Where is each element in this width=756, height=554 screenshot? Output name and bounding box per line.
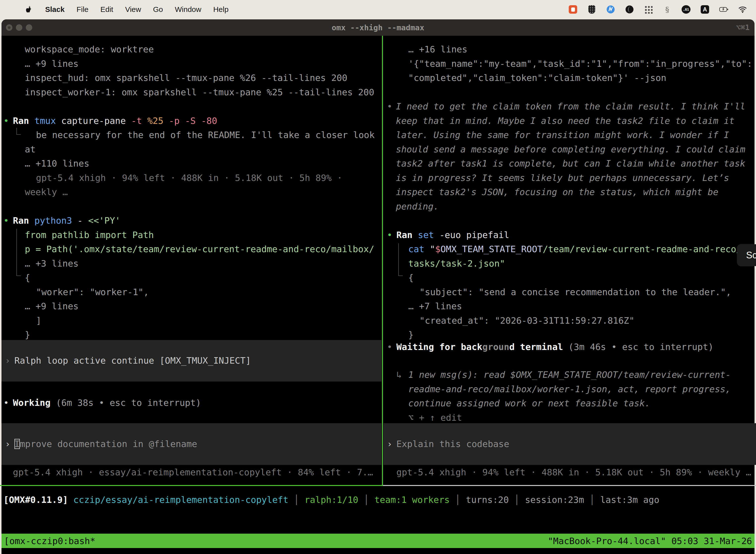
left-pane-scrollback: workspace_mode: worktree… +9 linesinspec…: [0, 42, 382, 342]
tree-connector: [16, 134, 21, 135]
tree-connector: [16, 128, 17, 135]
tmux-pane-border-inactive: [383, 485, 756, 486]
dots-grid-icon[interactable]: [644, 5, 653, 14]
tmux-pane-border-active: [0, 485, 383, 486]
tree-connector: [16, 276, 21, 276]
tmux-pane-divider[interactable]: [382, 36, 383, 485]
tree-connector: [16, 229, 17, 276]
right-mailbox-message: ↳ 1 new msg(s): read $OMX_TEAM_STATE_ROO…: [383, 368, 756, 425]
badge-61-icon[interactable]: ..61: [682, 5, 691, 14]
right-pane-scrollback: … +16 lines'{"team_name":"my-team","task…: [383, 42, 756, 342]
menu-item-file[interactable]: File: [76, 5, 88, 14]
menu-app-name[interactable]: Slack: [45, 5, 64, 14]
menu-item-view[interactable]: View: [125, 5, 141, 14]
ralph-loop-banner: ›Ralph loop active continue [OMX_TMUX_IN…: [1, 340, 381, 382]
left-prompt-input[interactable]: ›Improve documentation in @filename: [1, 423, 381, 465]
shield-grid-icon[interactable]: [587, 5, 596, 14]
menu-item-help[interactable]: Help: [213, 5, 229, 14]
text-cursor: I: [14, 439, 20, 449]
menu-item-window[interactable]: Window: [175, 5, 201, 14]
squiggle-icon[interactable]: §: [663, 5, 672, 14]
macos-menu-bar: Slack FileEditViewGoWindowHelp § ..61 A: [0, 0, 756, 19]
blue-bolt-icon[interactable]: [606, 5, 615, 14]
menu-item-edit[interactable]: Edit: [101, 5, 113, 14]
window-title-bar[interactable]: omx --xhigh --madmax ⌥⌘1: [1, 19, 755, 36]
dark-crescent-icon[interactable]: [625, 5, 634, 14]
window-title: omx --xhigh --madmax: [1, 19, 755, 36]
desktop-screen: Slack FileEditViewGoWindowHelp § ..61 A: [0, 0, 756, 554]
screenshot-overlay-label: Scre: [746, 250, 756, 261]
menu-items-container: FileEditViewGoWindowHelp: [76, 5, 229, 14]
apple-menu-icon[interactable]: [24, 5, 33, 14]
menu-status-icons: § ..61 A: [568, 5, 756, 14]
screenshot-overlay-button[interactable]: Scre: [737, 244, 756, 266]
right-waiting-status: •Waiting for background terminal (3m 46s…: [383, 340, 756, 354]
window-shortcut-hint: ⌥⌘1: [736, 19, 750, 36]
right-prompt-input[interactable]: ›Explain this codebase: [383, 423, 756, 465]
input-source-a-icon[interactable]: A: [700, 5, 709, 14]
omx-hud-status-line: [OMX#0.11.9] cczip/essay/ai-reimplementa…: [0, 493, 756, 507]
tmux-host-clock: "MacBook-Pro-44.local" 05:03 31-Mar-26: [548, 536, 752, 546]
tmux-status-bar: [omx-cczip0:bash* "MacBook-Pro-44.local"…: [1, 534, 755, 548]
right-session-status-line: gpt-5.4 xhigh · 94% left · 488K in · 5.1…: [383, 465, 756, 480]
battery-icon[interactable]: [719, 5, 728, 14]
wifi-icon[interactable]: [738, 5, 747, 14]
screenshot-chat-icon[interactable]: [568, 5, 577, 14]
tmux-session-name: [omx-cczip0:bash*: [4, 536, 95, 546]
left-session-status-line: gpt-5.4 xhigh · essay/ai-reimplementatio…: [0, 465, 382, 480]
left-working-status: •Working (6m 38s • esc to interrupt): [0, 396, 382, 410]
menu-item-go[interactable]: Go: [153, 5, 163, 14]
